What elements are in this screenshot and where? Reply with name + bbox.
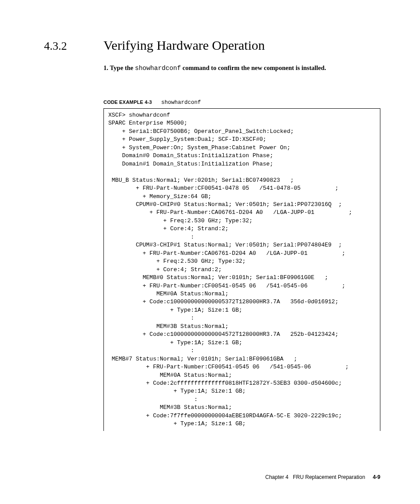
step-block: 1. Type the showhardconf command to conf… — [103, 64, 380, 72]
step-lead: Type the — [110, 64, 135, 71]
footer-title: FRU Replacement Preparation — [293, 474, 365, 480]
section-number: 4.3.2 — [44, 40, 103, 53]
code-example-box: XSCF> showhardconf SPARC Enterprise M500… — [103, 108, 380, 431]
code-caption-command: showhardconf — [161, 99, 201, 106]
step-line: 1. Type the showhardconf command to conf… — [103, 64, 380, 72]
inline-command: showhardconf — [135, 65, 181, 72]
footer-chapter: Chapter 4 — [265, 474, 289, 480]
page-footer: Chapter 4 FRU Replacement Preparation 4-… — [265, 474, 380, 480]
code-caption-label: CODE EXAMPLE 4-3 — [103, 99, 152, 105]
footer-page-number: 4-9 — [373, 474, 380, 480]
section-heading: 4.3.2 Verifying Hardware Operation — [44, 38, 380, 53]
step-number: 1. — [103, 64, 108, 71]
step-tail: command to confirm the new component is … — [181, 64, 326, 71]
section-title: Verifying Hardware Operation — [103, 38, 265, 53]
code-caption: CODE EXAMPLE 4-3 showhardconf — [103, 99, 380, 106]
